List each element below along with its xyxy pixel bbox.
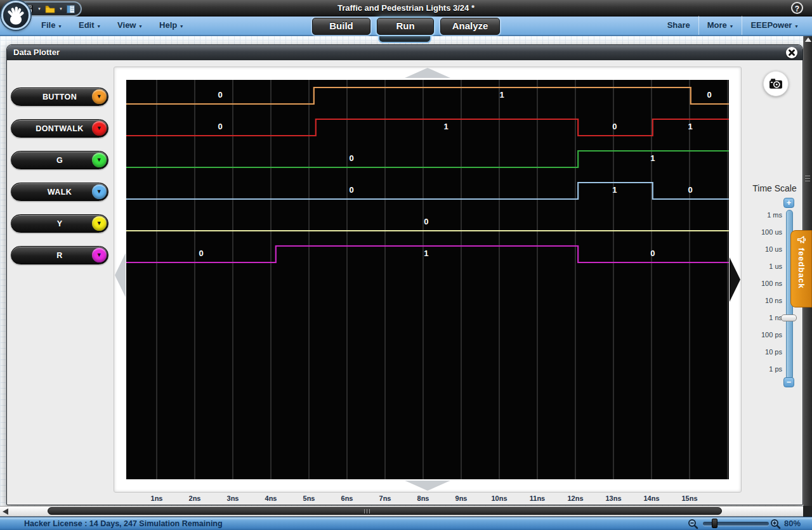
signal-button-R[interactable]: R ▼ [11, 246, 108, 264]
time-scale-option[interactable]: 1 ms [724, 207, 782, 224]
svg-text:0: 0 [650, 249, 655, 258]
build-mode-button[interactable]: Build [312, 18, 370, 35]
project-title: Traffic and Pedestrian Lights 3/24 * [0, 0, 812, 16]
title-strip: Traffic and Pedestrian Lights 3/24 * ▼ ▼ [0, 0, 812, 16]
breadboard-icon[interactable] [67, 5, 75, 13]
menu-view[interactable]: View ▼ [109, 16, 151, 35]
time-tick: 11ns [525, 494, 550, 502]
time-scale-slider-handle[interactable] [781, 314, 797, 321]
svg-text:0: 0 [350, 185, 354, 195]
time-scale-option[interactable]: 100 ps [724, 326, 782, 344]
menu-help[interactable]: Help ▼ [151, 16, 192, 35]
app-root: Traffic and Pedestrian Lights 3/24 * ▼ ▼ [0, 0, 812, 530]
svg-text:0: 0 [218, 122, 223, 131]
share-button[interactable]: Share [659, 16, 698, 35]
scroll-left-icon[interactable] [3, 508, 8, 515]
horizontal-scrollbar[interactable] [0, 506, 812, 517]
svg-text:1: 1 [612, 185, 617, 195]
signal-color-dropdown-icon[interactable]: ▼ [92, 216, 107, 231]
signal-color-dropdown-icon[interactable]: ▼ [92, 121, 107, 136]
open-dropdown-caret[interactable]: ▼ [59, 7, 63, 11]
data-plotter-window: Data Plotter BUTTON ▼ DONTWALK [6, 44, 803, 505]
signal-button-DONTWALK[interactable]: DONTWALK ▼ [11, 119, 108, 138]
time-tick: 14ns [639, 494, 664, 502]
more-menu[interactable]: More ▼ [698, 16, 742, 35]
signal-color-dropdown-icon[interactable]: ▼ [92, 153, 107, 167]
snapshot-button[interactable] [763, 71, 789, 96]
horizontal-scroll-thumb[interactable] [48, 507, 722, 515]
license-status: Hacker License : 14 Days, 247 Simulation… [24, 517, 223, 530]
status-bar: Hacker License : 14 Days, 247 Simulation… [0, 517, 812, 530]
zoom-level: 80% [784, 517, 801, 530]
megaphone-icon [796, 235, 807, 245]
svg-text:0: 0 [218, 90, 223, 100]
pan-left-icon[interactable] [115, 253, 126, 297]
menu-items: File ▼ Edit ▼ View ▼ Help ▼ [33, 16, 192, 35]
signal-color-dropdown-icon[interactable]: ▼ [92, 89, 107, 104]
pan-up-icon[interactable] [405, 68, 450, 78]
time-scale-option[interactable]: 10 ns [724, 292, 782, 309]
time-tick: 7ns [372, 494, 398, 502]
svg-text:1: 1 [424, 249, 428, 258]
time-tick: 10ns [487, 494, 512, 502]
signal-button-BUTTON[interactable]: BUTTON ▼ [11, 87, 108, 106]
time-scale-option[interactable]: 100 us [724, 224, 782, 241]
time-scale-option[interactable]: 100 ns [724, 275, 782, 292]
signal-color-dropdown-icon[interactable]: ▼ [92, 248, 107, 262]
scrollbar-corner [803, 506, 812, 517]
time-tick: 5ns [296, 494, 322, 502]
close-icon[interactable] [786, 47, 797, 58]
help-icon[interactable]: ? [791, 2, 803, 14]
time-scale-option[interactable]: 1 us [724, 258, 782, 275]
time-tick: 9ns [449, 494, 474, 502]
account-menu[interactable]: EEEPower ▼ [742, 16, 807, 35]
time-scale-option[interactable]: 1 ns [724, 309, 782, 326]
time-tick: 8ns [410, 494, 436, 502]
time-tick: 1ns [144, 494, 169, 502]
zoom-in-icon[interactable] [770, 519, 782, 530]
time-tick: 3ns [220, 494, 246, 502]
svg-text:0: 0 [350, 153, 354, 163]
pan-down-icon[interactable] [405, 481, 450, 491]
zoom-slider-handle[interactable] [712, 519, 717, 528]
time-tick: 13ns [601, 494, 626, 502]
svg-text:0: 0 [688, 185, 693, 195]
svg-text:0: 0 [424, 217, 428, 226]
time-scale-option[interactable]: 10 ps [724, 344, 782, 361]
signal-button-Y[interactable]: Y ▼ [11, 214, 108, 233]
save-dropdown-caret[interactable]: ▼ [37, 7, 41, 11]
svg-text:0: 0 [707, 90, 712, 100]
time-scale-plus-button[interactable]: + [783, 198, 794, 208]
time-scale-title: Time Scale [743, 183, 806, 193]
window-titlebar[interactable]: Data Plotter [7, 45, 802, 60]
zoom-out-icon[interactable] [688, 519, 699, 530]
svg-text:0: 0 [199, 249, 204, 258]
time-scale-option[interactable]: 1 ps [724, 361, 782, 378]
signal-color-dropdown-icon[interactable]: ▼ [92, 184, 107, 199]
signal-button-G[interactable]: G ▼ [11, 151, 108, 169]
camera-icon [768, 75, 784, 92]
time-scale-option[interactable]: 10 us [724, 241, 782, 258]
svg-text:1: 1 [650, 153, 655, 163]
waveform-plot[interactable]: 0100101010100010 [126, 80, 729, 479]
time-tick: 4ns [258, 494, 284, 502]
feedback-label: feedback [797, 248, 806, 288]
svg-text:1: 1 [443, 122, 448, 131]
menu-file[interactable]: File ▼ [33, 16, 70, 35]
app-logo-icon[interactable] [1, 1, 30, 30]
svg-text:0: 0 [612, 122, 617, 131]
time-scale-minus-button[interactable]: − [783, 377, 794, 387]
feedback-tab[interactable]: feedback [790, 230, 812, 307]
run-mode-button[interactable]: Run [377, 18, 434, 35]
time-tick: 6ns [334, 494, 360, 502]
right-menu: Share More ▼ EEEPower ▼ [659, 16, 807, 35]
signal-button-WALK[interactable]: WALK ▼ [11, 183, 108, 201]
analyze-mode-button[interactable]: Analyze [440, 18, 500, 35]
scroll-up-icon[interactable] [805, 37, 811, 42]
time-tick: 15ns [677, 494, 702, 502]
open-folder-icon[interactable] [45, 5, 55, 13]
time-tick: 2ns [182, 494, 207, 502]
svg-text:1: 1 [688, 122, 693, 131]
window-title: Data Plotter [13, 48, 60, 57]
menu-edit[interactable]: Edit ▼ [70, 16, 109, 35]
